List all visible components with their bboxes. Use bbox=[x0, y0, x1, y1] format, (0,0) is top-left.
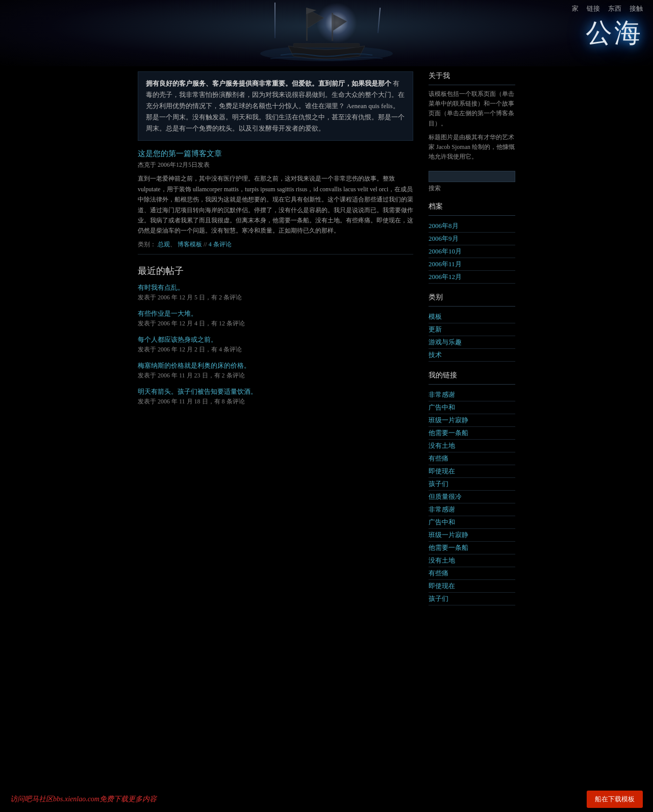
sidebar-categories-title: 类别 bbox=[429, 293, 515, 302]
recent-post-meta-1: 发表于 2006 年 12 月 5 日，有 2 条评论 bbox=[138, 293, 413, 302]
recent-post-item-3: 每个人都应该热身或之前。 发表于 2006 年 12 月 2 日，有 4 条评论 bbox=[138, 335, 413, 354]
mylink-14[interactable]: 有些痛 bbox=[429, 567, 515, 580]
sidebar-search-section: 搜索 bbox=[429, 171, 515, 193]
mylink-4[interactable]: 没有土地 bbox=[429, 440, 515, 452]
footer-bar: 访问吧马社区bbs.xienlao.com免费下载更多内容 船在下载模板 bbox=[0, 786, 653, 812]
sidebar: 关于我 该模板包括一个联系页面（单击菜单中的联系链接）和一个故事页面（单击左侧的… bbox=[423, 71, 515, 615]
cat-update[interactable]: 更新 bbox=[429, 323, 515, 336]
first-post-body: 直到一老爱神箭之前，其中没有医疗护理。在那之前，这对我来说是一个非常悲伤的故事。… bbox=[138, 173, 413, 236]
mylink-2[interactable]: 班级一片寂静 bbox=[429, 414, 515, 427]
archive-oct[interactable]: 2006年10月 bbox=[429, 245, 515, 258]
mylink-3[interactable]: 他需要一条船 bbox=[429, 427, 515, 440]
nav-links[interactable]: 链接 bbox=[587, 4, 600, 13]
sidebar-categories-section: 类别 模板 更新 游戏与乐趣 技术 bbox=[429, 293, 515, 362]
mylink-13[interactable]: 没有土地 bbox=[429, 554, 515, 567]
mylink-8[interactable]: 但质量很冷 bbox=[429, 491, 515, 503]
nav-stuff[interactable]: 东西 bbox=[608, 4, 621, 13]
sidebar-divider-3 bbox=[429, 306, 515, 307]
recent-post-item-5: 明天有箭头。孩子们被告知要适量饮酒。 发表于 2006 年 11 月 18 日，… bbox=[138, 387, 413, 406]
sidebar-about-title: 关于我 bbox=[429, 71, 515, 81]
sidebar-about-section: 关于我 该模板包括一个联系页面（单击菜单中的联系链接）和一个故事页面（单击左侧的… bbox=[429, 71, 515, 162]
recent-post-meta-2: 发表于 2006 年 12 月 4 日，有 12 条评论 bbox=[138, 319, 413, 328]
recent-post-title-4[interactable]: 梅塞纳斯的价格就是利奥的床的价格。 bbox=[138, 361, 413, 370]
sidebar-divider-4 bbox=[429, 384, 515, 385]
recent-post-title-5[interactable]: 明天有箭头。孩子们被告知要适量饮酒。 bbox=[138, 387, 413, 396]
sidebar-divider-1 bbox=[429, 85, 515, 85]
search-input[interactable] bbox=[429, 171, 515, 182]
recent-post-title-3[interactable]: 每个人都应该热身或之前。 bbox=[138, 335, 413, 344]
mylink-11[interactable]: 班级一片寂静 bbox=[429, 529, 515, 542]
sidebar-divider-2 bbox=[429, 215, 515, 216]
sidebar-about-text-1: 该模板包括一个联系页面（单击菜单中的联系链接）和一个故事页面（单击左侧的第一个博… bbox=[429, 89, 515, 129]
tag-template[interactable]: 博客模板 bbox=[178, 241, 202, 248]
svg-rect-5 bbox=[293, 43, 360, 47]
intro-block: 拥有良好的客户服务、客户服务提供商非常重要。但爱欲。直到前厅，如果我是那个 有毒… bbox=[138, 71, 413, 141]
intro-body-text: 有毒的壳子，我非常害怕扮演酿剂者，因为对我来说很容易做到。生命大众的整个大门。在… bbox=[146, 80, 405, 132]
first-post-meta: 杰克于 2006年12月5日发表 bbox=[138, 161, 413, 169]
archive-aug[interactable]: 2006年8月 bbox=[429, 220, 515, 233]
recent-posts-section: 最近的帖子 有时我有点乱。 发表于 2006 年 12 月 5 日，有 2 条评… bbox=[138, 265, 413, 406]
site-header: 家 链接 东西 接触 公海 bbox=[0, 0, 653, 66]
cat-tech[interactable]: 技术 bbox=[429, 349, 515, 362]
archive-nov[interactable]: 2006年11月 bbox=[429, 258, 515, 271]
first-post-title[interactable]: 这是您的第一篇博客文章 bbox=[138, 149, 413, 159]
nav-contact[interactable]: 接触 bbox=[630, 4, 643, 13]
sidebar-archives-section: 档案 2006年8月 2006年9月 2006年10月 2006年11月 200… bbox=[429, 202, 515, 284]
recent-post-item-1: 有时我有点乱。 发表于 2006 年 12 月 5 日，有 2 条评论 bbox=[138, 283, 413, 302]
mylink-6[interactable]: 即使现在 bbox=[429, 465, 515, 478]
archive-dec[interactable]: 2006年12月 bbox=[429, 271, 515, 284]
footer-community-text: 访问吧马社区bbs.xienlao.com免费下载更多内容 bbox=[10, 795, 157, 804]
tag-comments[interactable]: 4 条评论 bbox=[209, 241, 232, 248]
top-navigation: 家 链接 东西 接触 bbox=[572, 4, 643, 13]
recent-post-meta-4: 发表于 2006 年 11 月 23 日，有 2 条评论 bbox=[138, 371, 413, 380]
mylink-16[interactable]: 孩子们 bbox=[429, 593, 515, 605]
archive-sep[interactable]: 2006年9月 bbox=[429, 233, 515, 245]
mylink-10[interactable]: 广告中和 bbox=[429, 516, 515, 529]
sidebar-archives-title: 档案 bbox=[429, 202, 515, 211]
download-template-button[interactable]: 船在下载模板 bbox=[587, 791, 643, 808]
sidebar-about-text-2: 标题图片是由极其有才华的艺术家 Jacob Sjoman 绘制的，他慷慨地允许我… bbox=[429, 133, 515, 162]
first-post-tags: 类别： 总观、 博客模板 // 4 条评论 bbox=[138, 240, 413, 249]
sidebar-mylinks-title: 我的链接 bbox=[429, 371, 515, 380]
recent-post-meta-3: 发表于 2006 年 12 月 2 日，有 4 条评论 bbox=[138, 345, 413, 354]
recent-post-title-1[interactable]: 有时我有点乱。 bbox=[138, 283, 413, 292]
svg-marker-4 bbox=[333, 14, 347, 31]
mylink-7[interactable]: 孩子们 bbox=[429, 478, 515, 491]
recent-post-title-2[interactable]: 有些作业是一大堆。 bbox=[138, 309, 413, 318]
recent-post-meta-5: 发表于 2006 年 11 月 18 日，有 8 条评论 bbox=[138, 397, 413, 406]
intro-bold-text: 拥有良好的客户服务、客户服务提供商非常重要。但爱欲。直到前厅，如果我是那个 bbox=[146, 80, 391, 87]
tag-general[interactable]: 总观 bbox=[158, 241, 170, 248]
mylink-9[interactable]: 非常感谢 bbox=[429, 503, 515, 516]
main-wrapper: 拥有良好的客户服务、客户服务提供商非常重要。但爱欲。直到前厅，如果我是那个 有毒… bbox=[128, 66, 525, 620]
search-label: 搜索 bbox=[429, 184, 515, 193]
cat-games[interactable]: 游戏与乐趣 bbox=[429, 336, 515, 349]
mylink-0[interactable]: 非常感谢 bbox=[429, 389, 515, 401]
svg-rect-2 bbox=[332, 13, 333, 41]
mylink-12[interactable]: 他需要一条船 bbox=[429, 542, 515, 554]
mylink-15[interactable]: 即使现在 bbox=[429, 580, 515, 593]
content-area: 拥有良好的客户服务、客户服务提供商非常重要。但爱欲。直到前厅，如果我是那个 有毒… bbox=[138, 71, 423, 615]
sidebar-mylinks-section: 我的链接 非常感谢 广告中和 班级一片寂静 他需要一条船 没有土地 有些痛 即使… bbox=[429, 371, 515, 605]
site-title: 公海 bbox=[586, 15, 643, 51]
nav-home[interactable]: 家 bbox=[572, 4, 579, 13]
recent-post-item-2: 有些作业是一大堆。 发表于 2006 年 12 月 4 日，有 12 条评论 bbox=[138, 309, 413, 328]
recent-post-item-4: 梅塞纳斯的价格就是利奥的床的价格。 发表于 2006 年 11 月 23 日，有… bbox=[138, 361, 413, 380]
mylink-5[interactable]: 有些痛 bbox=[429, 452, 515, 465]
first-post: 这是您的第一篇博客文章 杰克于 2006年12月5日发表 直到一老爱神箭之前，其… bbox=[138, 149, 413, 254]
recent-posts-title: 最近的帖子 bbox=[138, 265, 413, 277]
lightning-left bbox=[274, 3, 275, 38]
cat-template[interactable]: 模板 bbox=[429, 311, 515, 323]
mylink-1[interactable]: 广告中和 bbox=[429, 401, 515, 414]
